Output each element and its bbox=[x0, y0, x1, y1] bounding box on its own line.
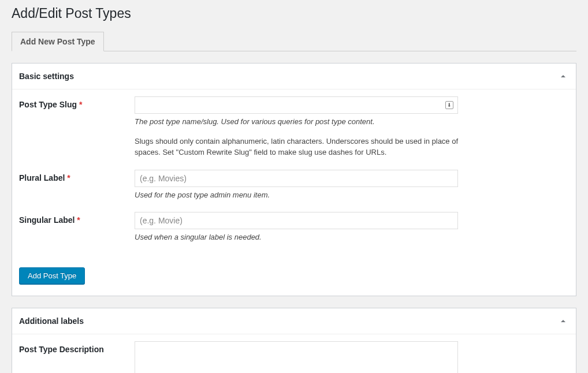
label-plural: Plural Label * bbox=[19, 170, 135, 182]
collapse-icon[interactable] bbox=[557, 315, 569, 327]
add-post-type-button[interactable]: Add Post Type bbox=[19, 267, 85, 284]
panel-basic-title: Basic settings bbox=[19, 72, 74, 81]
required-mark: * bbox=[67, 173, 70, 182]
input-post-type-slug[interactable] bbox=[135, 96, 458, 114]
panel-additional-header[interactable]: Additional labels bbox=[12, 308, 576, 334]
input-singular-label[interactable] bbox=[135, 212, 458, 229]
page-title: Add/Edit Post Types bbox=[12, 6, 576, 21]
required-mark: * bbox=[79, 100, 82, 109]
help-slug-italic: The post type name/slug. Used for variou… bbox=[135, 116, 470, 128]
panel-additional-title: Additional labels bbox=[19, 316, 84, 326]
help-plural-italic: Used for the post type admin menu item. bbox=[135, 189, 470, 201]
row-plural-label: Plural Label * Used for the post type ad… bbox=[19, 170, 569, 201]
row-post-type-slug: Post Type Slug * ⬇ The post type name/sl… bbox=[19, 96, 569, 158]
panel-additional-labels: Additional labels Post Type Description … bbox=[12, 308, 576, 374]
input-plural-label[interactable] bbox=[135, 170, 458, 187]
panel-additional-body: Post Type Description Perhaps describe w… bbox=[12, 334, 576, 374]
label-description: Post Type Description bbox=[19, 341, 135, 354]
tab-wrapper: Add New Post Type bbox=[12, 32, 576, 51]
label-post-type-slug: Post Type Slug * bbox=[19, 96, 135, 109]
help-singular-italic: Used when a singular label is needed. bbox=[135, 232, 470, 243]
row-singular-label: Singular Label * Used when a singular la… bbox=[19, 212, 569, 243]
panel-basic-body: Post Type Slug * ⬇ The post type name/sl… bbox=[12, 89, 576, 256]
help-slug-text: Slugs should only contain alphanumeric, … bbox=[135, 136, 470, 158]
tab-add-new-post-type[interactable]: Add New Post Type bbox=[12, 32, 104, 51]
row-post-type-description: Post Type Description Perhaps describe w… bbox=[19, 341, 569, 374]
panel-basic-settings: Basic settings Post Type Slug * ⬇ The po… bbox=[12, 63, 576, 296]
label-singular: Singular Label * bbox=[19, 212, 135, 225]
collapse-icon[interactable] bbox=[557, 70, 569, 82]
required-mark: * bbox=[77, 215, 80, 225]
textarea-post-type-description[interactable] bbox=[135, 341, 458, 374]
panel-basic-header[interactable]: Basic settings bbox=[12, 64, 576, 89]
